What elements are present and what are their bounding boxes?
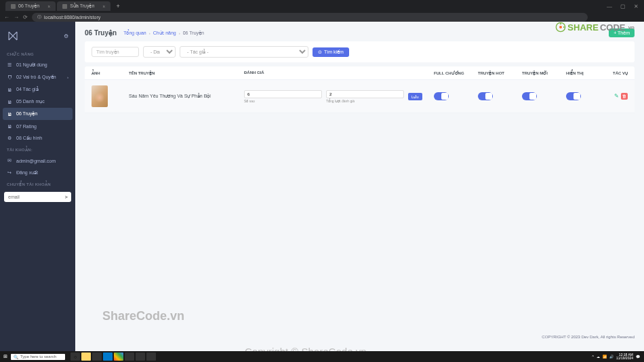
tray-chevron-icon[interactable]: ^ [592, 355, 594, 359]
address-bar-row: ← → ⟳ ⓘ localhost:8080/admin/story [0, 12, 644, 22]
svg-point-1 [559, 26, 562, 28]
task-icon-cortana[interactable]: ○ [71, 353, 80, 361]
toggle-hien[interactable] [566, 92, 581, 100]
toggle-moi[interactable] [522, 92, 537, 100]
th-anh: ẢNH [92, 71, 129, 75]
filter-card: - Danh mục - - Tác giả - ⊙Tìm kiếm [85, 41, 635, 62]
cell-thumb [92, 85, 129, 107]
browser-tab-1[interactable]: 06 Truyện × [5, 1, 56, 11]
table-card: ẢNH TÊN TRUYỆN ĐÁNH GIÁ FULL CHƯƠNG TRUY… [85, 66, 635, 113]
story-thumbnail[interactable] [92, 85, 108, 107]
window-controls: — ▢ ✕ [607, 3, 644, 9]
switch-email-input[interactable] [4, 192, 71, 202]
breadcrumb-sep: › [179, 31, 180, 35]
task-icon-app2[interactable] [136, 353, 145, 361]
file-icon: 🗎 [7, 111, 12, 117]
cell-name: Sáu Năm Yêu Thương Và Sự Phản Bội [129, 94, 244, 99]
logo-row: ⚙ [0, 27, 75, 49]
watermark-text-1: ShareCode.vn [102, 309, 184, 323]
task-icon-explorer[interactable] [81, 353, 91, 361]
taskbar-search[interactable]: 🔍Type here to search [11, 354, 65, 360]
rating-total-label: Tổng lượt đánh giá [326, 99, 404, 103]
watermark-code: CODE [600, 22, 626, 33]
info-icon: ⓘ [37, 14, 41, 20]
chevron-right-icon: › [67, 75, 68, 79]
edit-button[interactable]: ✎ [614, 93, 619, 100]
nav-item-01[interactable]: ☰01 Người dùng [0, 59, 75, 71]
task-icon-edge[interactable] [92, 353, 102, 361]
nav-item-05[interactable]: 🗎05 Danh mục [0, 96, 75, 108]
nav-label: 07 Rating [16, 124, 37, 129]
task-icon-chrome[interactable] [114, 353, 123, 361]
cell-full [434, 92, 478, 100]
task-icon-vscode[interactable] [103, 353, 113, 361]
nav-label: 08 Cấu hình [16, 136, 42, 141]
doc-icon: 🗎 [7, 87, 12, 92]
reload-button[interactable]: ⟳ [23, 14, 28, 20]
breadcrumb-item[interactable]: Tổng quan [123, 31, 146, 36]
taskbar-clock[interactable]: 12:18 AM 11/19/2024 [616, 353, 633, 361]
rating-total-input[interactable] [326, 90, 404, 98]
th-hot: TRUYỆN HOT [478, 71, 522, 75]
task-icon-app3[interactable] [146, 353, 156, 361]
save-rating-button[interactable]: Lưu [408, 93, 422, 100]
search-btn-label: Tìm kiếm [324, 49, 344, 55]
tray-notifications-icon[interactable]: 💬 [636, 355, 640, 359]
search-icon: ⊙ [318, 49, 322, 55]
tab-label: Sửa Truyện [70, 3, 94, 9]
maximize-button[interactable]: ▢ [620, 3, 626, 9]
tab-close-icon[interactable]: × [47, 4, 50, 9]
browser-tab-2[interactable]: Sửa Truyện × [57, 1, 110, 11]
toggle-hot[interactable] [478, 92, 493, 100]
url-input[interactable]: ⓘ localhost:8080/admin/story [32, 13, 588, 22]
close-button[interactable]: ✕ [634, 3, 639, 9]
rate-box-stars: Số sao [244, 90, 322, 103]
forward-button[interactable]: → [14, 14, 19, 20]
nav-label: 04 Tác giả [16, 87, 39, 92]
rating-stars-input[interactable] [244, 90, 322, 98]
filter-author-select[interactable]: - Tác giả - [180, 46, 308, 58]
send-icon[interactable]: ➤ [64, 195, 68, 200]
filter-category-select[interactable]: - Danh mục - [143, 46, 176, 58]
filter-search-input[interactable] [92, 47, 139, 57]
system-tray[interactable]: ^ ☁ 📶 🔊 12:18 AM 11/19/2024 💬 [592, 353, 643, 361]
nav-item-08[interactable]: ⚙08 Cấu hình [0, 132, 75, 144]
back-button[interactable]: ← [4, 14, 9, 20]
minimize-button[interactable]: — [607, 3, 612, 9]
th-tacvu: TÁC VỤ [600, 71, 628, 75]
search-button[interactable]: ⊙Tìm kiếm [313, 47, 349, 57]
breadcrumb-item: 06 Truyện [183, 31, 204, 36]
search-icon: 🔍 [14, 355, 18, 359]
start-button[interactable]: ⊞ [1, 353, 9, 361]
nav-item-04[interactable]: 🗎04 Tác giả [0, 83, 75, 96]
tray-wifi-icon[interactable]: 📶 [603, 355, 607, 359]
th-moi: TRUYỆN MỚI [522, 71, 566, 75]
logout-icon: ↪ [7, 170, 12, 176]
sharecode-icon [555, 22, 566, 33]
toggle-full[interactable] [434, 92, 449, 100]
nav-item-logout[interactable]: ↪Đăng xuất [0, 167, 75, 179]
rate-box-total: Tổng lượt đánh giá [326, 90, 404, 103]
windows-taskbar: ⊞ 🔍Type here to search ○ ^ ☁ 📶 🔊 12:18 A… [0, 351, 644, 362]
nav-item-07[interactable]: 🗎07 Rating [0, 120, 75, 132]
tab-close-icon[interactable]: × [102, 4, 105, 9]
task-icon-app1[interactable] [125, 353, 134, 361]
tray-cloud-icon[interactable]: ☁ [597, 355, 600, 359]
nav-label: 01 Người dùng [16, 62, 47, 68]
nav-item-email[interactable]: ✉admin@gmail.com [0, 155, 75, 167]
nav-item-06[interactable]: 🗎06 Truyện [3, 108, 73, 120]
nav-item-02[interactable]: ⛉02 Vai trò & Quyền› [0, 71, 75, 83]
th-ten: TÊN TRUYỆN [129, 71, 244, 75]
tray-sound-icon[interactable]: 🔊 [609, 355, 613, 359]
breadcrumb-item[interactable]: Chức năng [153, 31, 176, 36]
settings-icon[interactable]: ⚙ [64, 33, 68, 39]
new-tab-button[interactable]: + [112, 3, 123, 9]
app-logo[interactable] [7, 30, 19, 42]
sidebar: ⚙ CHỨC NĂNG ☰01 Người dùng ⛉02 Vai trò &… [0, 22, 75, 351]
delete-button[interactable]: 🗑 [621, 93, 628, 100]
th-full: FULL CHƯƠNG [434, 71, 478, 75]
footer-copyright: COPYRIGHT © 2023 Dev Dark, All rights Re… [542, 335, 635, 339]
shield-icon: ⛉ [7, 75, 12, 80]
app-root: ⚙ CHỨC NĂNG ☰01 Người dùng ⛉02 Vai trò &… [0, 22, 644, 351]
switch-account-wrap: ➤ [4, 192, 71, 202]
